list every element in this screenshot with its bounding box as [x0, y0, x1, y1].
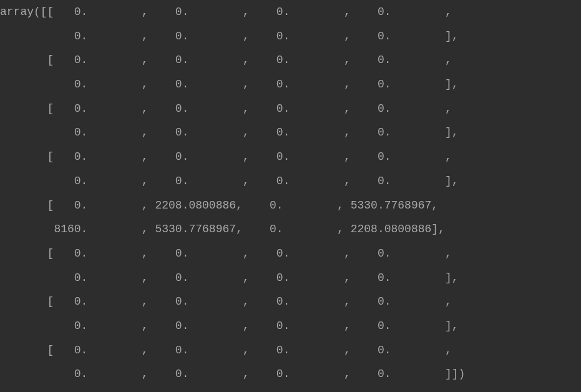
array-output: array([[ 0. , 0. , 0. , 0. , 0. , 0. , 0… — [0, 0, 581, 386]
array-text: array([[ 0. , 0. , 0. , 0. , 0. , 0. , 0… — [0, 6, 465, 380]
